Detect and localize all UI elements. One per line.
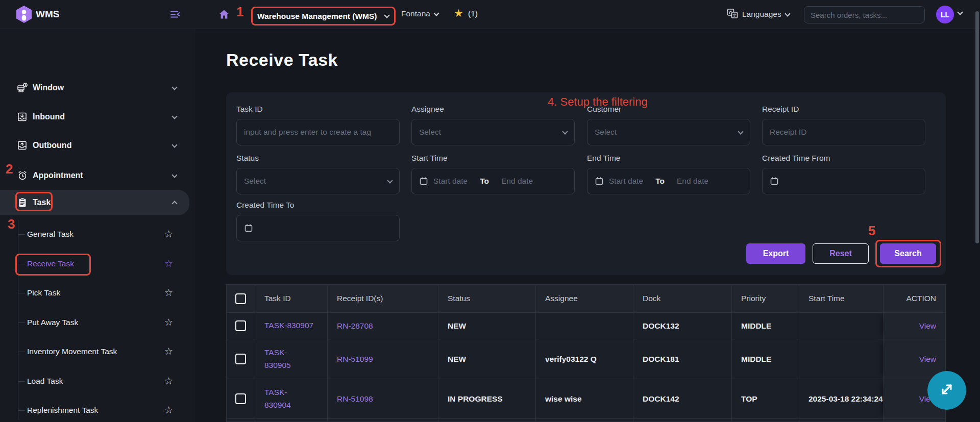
table-row-cell: [227, 313, 255, 339]
task-id-link[interactable]: TASK- 830904: [255, 379, 328, 419]
sidebar-item-window[interactable]: Window: [0, 76, 195, 100]
row-checkbox[interactable]: [235, 354, 246, 364]
start-time-range-picker[interactable]: Start date To End date: [411, 168, 575, 194]
sidebar-item-label: Outbound: [33, 141, 71, 150]
filter-task-id: Task ID: [236, 105, 400, 145]
sidebar-item-outbound[interactable]: Outbound: [0, 133, 195, 158]
calendar-icon: [770, 177, 779, 186]
filter-panel: Task ID Assignee Select Customer Select: [226, 92, 946, 275]
menu-fold-icon[interactable]: [169, 9, 181, 22]
sidebar-item-replenishment-task[interactable]: Replenishment Task ☆: [0, 401, 195, 419]
favorite-star-icon[interactable]: ☆: [164, 376, 173, 386]
tasks-table: Task ID Receipt ID(s) Status Assignee Do…: [226, 284, 946, 422]
filter-status: Status Select: [236, 154, 400, 194]
annotation-step-1: 1: [236, 4, 243, 20]
clipboard-task-icon: [17, 197, 28, 210]
chevron-down-icon: [172, 113, 177, 119]
favorite-star-icon[interactable]: ☆: [164, 405, 173, 415]
global-search-input[interactable]: [811, 11, 918, 19]
sidebar-item-load-task[interactable]: Load Task ☆: [0, 372, 195, 390]
sidebar-item-label: Task: [33, 198, 51, 207]
favorite-star-icon[interactable]: ☆: [164, 259, 173, 268]
status-select[interactable]: Select: [236, 168, 400, 194]
expand-fullscreen-button[interactable]: [927, 371, 966, 410]
assignee-cell: [536, 313, 633, 339]
created-time-from-picker[interactable]: [762, 168, 925, 194]
select-all-cell: [227, 285, 255, 313]
end-time-range-picker[interactable]: Start date To End date: [587, 168, 750, 194]
languages-label: Languages: [742, 10, 781, 19]
sidebar-nav: Window Inbound Outbound Appointment: [0, 29, 195, 422]
sidebar-item-pick-task[interactable]: Pick Task ☆: [0, 284, 195, 302]
col-header-dock: Dock: [633, 285, 732, 313]
chevron-up-icon: [172, 201, 177, 206]
col-header-task-id: Task ID: [255, 285, 328, 313]
filter-customer: Customer Select: [587, 105, 750, 145]
favorite-star-icon[interactable]: ☆: [164, 346, 173, 356]
chevron-down-icon: [172, 142, 177, 147]
favorite-star-icon[interactable]: ☆: [164, 288, 173, 297]
sidebar-item-put-away-task[interactable]: Put Away Task ☆: [0, 313, 195, 332]
page-title: Receive Task: [226, 50, 338, 70]
sidebar-item-general-task[interactable]: General Task ☆: [0, 225, 195, 243]
sidebar-item-task[interactable]: Task: [0, 190, 195, 215]
languages-dropdown[interactable]: G文 Languages: [727, 8, 790, 21]
start-time-cell: [799, 339, 884, 379]
sidebar-item-receive-task[interactable]: Receive Task ☆: [0, 255, 195, 273]
favorite-star-icon[interactable]: ☆: [164, 317, 173, 327]
receipt-id-field[interactable]: [762, 119, 925, 145]
wms-app: WMS 1 Warehouse Management (WMS) Fontana…: [0, 0, 980, 422]
reset-button[interactable]: Reset: [813, 243, 869, 264]
dock-cell: DOCK181: [633, 339, 732, 379]
app-switcher-dropdown[interactable]: Warehouse Management (WMS): [251, 7, 396, 26]
user-avatar[interactable]: LL: [936, 6, 954, 23]
table-row-cell: [227, 339, 255, 379]
select-all-checkbox[interactable]: [235, 293, 246, 304]
task-id-link[interactable]: TASK- 830905: [255, 339, 328, 379]
page-scrollbar-thumb[interactable]: [975, 11, 979, 243]
global-search[interactable]: [804, 6, 925, 23]
row-checkbox[interactable]: [235, 320, 246, 331]
view-link[interactable]: View: [919, 355, 936, 364]
sidebar-item-appointment[interactable]: Appointment: [0, 163, 195, 188]
receipt-id-input[interactable]: [770, 128, 918, 137]
alarm-clock-icon: [17, 170, 28, 183]
filter-created-time-from: Created Time From: [762, 154, 925, 194]
chevron-down-icon: [957, 9, 963, 15]
view-link[interactable]: View: [919, 321, 936, 331]
sidebar-item-label: Window: [33, 83, 64, 92]
sidebar-item-label: Inbound: [33, 112, 65, 121]
home-icon[interactable]: [218, 8, 230, 22]
receipt-id-link[interactable]: RN-51098: [328, 379, 438, 419]
task-id-input[interactable]: [244, 128, 392, 137]
filter-receipt-id: Receipt ID: [762, 105, 925, 145]
calendar-icon: [595, 177, 604, 186]
col-header-start-time: Start Time: [799, 285, 884, 313]
favorite-star-icon[interactable]: ★: [454, 7, 463, 19]
col-header-action: ACTION: [884, 285, 945, 313]
search-button[interactable]: Search: [880, 243, 936, 264]
action-cell: View: [884, 339, 945, 379]
export-button[interactable]: Export: [746, 243, 805, 264]
favorite-star-icon[interactable]: ☆: [164, 229, 173, 239]
col-header-priority: Priority: [732, 285, 799, 313]
facility-label: Fontana: [401, 9, 430, 18]
col-header-assignee: Assignee: [536, 285, 633, 313]
col-header-receipt-ids: Receipt ID(s): [328, 285, 438, 313]
app-switcher-label: Warehouse Management (WMS): [257, 12, 377, 21]
task-id-link[interactable]: TASK-830907: [255, 313, 328, 339]
sidebar-item-inventory-movement-task[interactable]: Inventory Movement Task ☆: [0, 342, 195, 361]
customer-select[interactable]: Select: [587, 119, 750, 145]
receipt-id-link[interactable]: RN-28708: [328, 313, 438, 339]
row-checkbox[interactable]: [235, 393, 246, 404]
task-id-tag-input[interactable]: [236, 119, 400, 145]
chevron-down-icon: [172, 84, 177, 90]
dock-cell: DOCK142: [633, 379, 732, 419]
chevron-down-icon: [387, 178, 393, 183]
assignee-select[interactable]: Select: [411, 119, 575, 145]
facility-dropdown[interactable]: Fontana: [401, 9, 438, 18]
sidebar-item-inbound[interactable]: Inbound: [0, 105, 195, 129]
created-time-to-picker[interactable]: [236, 215, 400, 241]
top-bar: WMS 1 Warehouse Management (WMS) Fontana…: [0, 0, 980, 29]
receipt-id-link[interactable]: RN-51099: [328, 339, 438, 379]
